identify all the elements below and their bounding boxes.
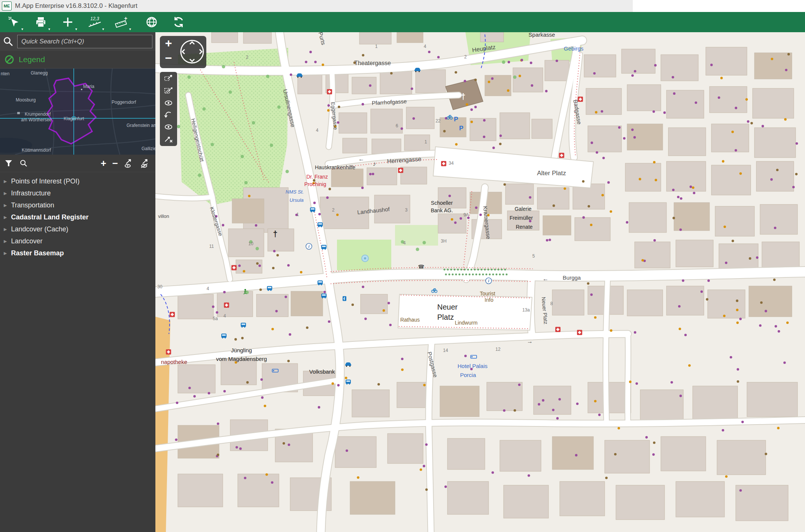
- map-viewport[interactable]: PurtsSparkasseHeuplatzGebirgsTheatergass…: [155, 32, 805, 532]
- hide-all-layers-icon[interactable]: [140, 158, 151, 168]
- visibility-eye-icon[interactable]: [163, 122, 174, 132]
- pan-right-icon: [200, 49, 202, 54]
- measure-distance-tool-button[interactable]: 12,3 ▾: [84, 13, 106, 31]
- poi-label: Volksbank: [309, 368, 335, 375]
- add-point-icon: [61, 16, 74, 28]
- house-number: 14: [443, 348, 448, 353]
- poi-label: Ursula: [289, 197, 304, 203]
- svg-text:†: †: [273, 229, 277, 238]
- add-point-tool-button[interactable]: ▾: [57, 13, 79, 31]
- legend-search-icon[interactable]: [19, 159, 28, 167]
- poi-label: Jüngling: [231, 347, 252, 353]
- expand-arrow-icon[interactable]: ▶: [4, 239, 7, 244]
- poi-label: Bank AG.: [431, 207, 453, 213]
- undo-selection-icon[interactable]: [163, 110, 174, 120]
- info-marker-icon: i: [306, 243, 312, 249]
- poi-label: Platz: [437, 313, 454, 321]
- svg-text:←: ←: [358, 156, 364, 162]
- polygon-select-icon[interactable]: [163, 86, 174, 96]
- globe-tool-button[interactable]: [141, 13, 162, 31]
- print-tool-button[interactable]: ▾: [30, 13, 52, 31]
- arrow-marker-icon: ←: [358, 156, 364, 162]
- legend-layer-item-5[interactable]: ▶Landcover: [0, 235, 155, 247]
- overview-label: Klagenfurt: [64, 116, 84, 121]
- house-number: 4: [403, 240, 406, 246]
- hospital-marker-icon: [555, 327, 561, 332]
- legend-layer-item-6[interactable]: ▶Raster Basemap: [0, 247, 155, 259]
- info-marker-icon: i: [486, 278, 492, 284]
- map-zoom-panel: + −: [160, 36, 206, 68]
- house-number: 10: [248, 241, 253, 246]
- legend-layer-item-4[interactable]: ▶Landcover (Cache): [0, 223, 155, 235]
- printer-icon: [34, 16, 47, 28]
- street-label: villon: [158, 213, 169, 219]
- sidebar: Legend ntenGlaneggMariaMoosburgPoggersdo…: [0, 32, 155, 532]
- legend-header: Legend: [0, 51, 155, 69]
- charging-marker-icon: [343, 296, 346, 301]
- zoom-out-button[interactable]: −: [162, 52, 175, 65]
- arrow-marker-icon: ←: [543, 276, 549, 282]
- hospital-marker-icon: [327, 89, 332, 94]
- hospital-marker-icon: [441, 161, 446, 166]
- legend-layer-item-3[interactable]: ▶Cadastral Land Register: [0, 211, 155, 223]
- search-icon: [3, 36, 13, 47]
- svg-text:P: P: [459, 125, 463, 132]
- expand-arrow-icon[interactable]: ▶: [4, 179, 7, 184]
- house-number: 8: [550, 301, 553, 306]
- legend-layer-item-1[interactable]: ▶Infrastructure: [0, 187, 155, 199]
- dropdown-caret-icon[interactable]: ▾: [102, 27, 104, 31]
- dropdown-caret-icon[interactable]: ▾: [21, 27, 23, 31]
- expand-arrow-icon[interactable]: ▶: [4, 227, 7, 232]
- note-marker-icon: ♪: [373, 160, 376, 167]
- layer-label: Landcover (Cache): [11, 225, 68, 233]
- rectangle-select-icon[interactable]: [163, 74, 174, 84]
- street-label: Alter Platz: [537, 170, 566, 177]
- show-selection-eye-icon[interactable]: [163, 98, 174, 108]
- svg-text:☎: ☎: [418, 264, 424, 270]
- house-number: 11: [209, 244, 214, 249]
- dropdown-caret-icon[interactable]: ▾: [48, 27, 50, 31]
- layer-label: Cadastral Land Register: [11, 213, 88, 221]
- poi-label: napotheke: [161, 359, 187, 365]
- dropdown-caret-icon[interactable]: ▾: [129, 27, 131, 31]
- dropdown-caret-icon[interactable]: ▾: [75, 27, 77, 31]
- search-row: [0, 32, 155, 51]
- legend-icon[interactable]: [4, 55, 14, 64]
- hospital-marker-icon: [578, 97, 583, 102]
- house-number: 3H: [441, 238, 446, 244]
- legend-layer-item-0[interactable]: ▶Points of Interest (POI): [0, 175, 155, 187]
- poi-label: Schoeller: [431, 200, 453, 206]
- overview-map[interactable]: ntenGlaneggMariaMoosburgPoggersdorfKrump…: [0, 69, 155, 155]
- house-number: 2: [332, 207, 335, 213]
- pan-up-icon: [190, 42, 194, 44]
- poi-label: Galerie: [514, 206, 531, 212]
- poi-label: vom Magdalensberg: [216, 356, 267, 362]
- zoom-in-button[interactable]: +: [162, 37, 175, 50]
- legend-zoom-out-icon[interactable]: −: [112, 159, 118, 167]
- svg-text:♪: ♪: [373, 160, 376, 167]
- overview-label: Krumpendorf: [25, 112, 51, 117]
- expand-arrow-icon[interactable]: ▶: [4, 191, 7, 196]
- poi-label: Prochinig: [304, 181, 326, 187]
- clear-selection-icon[interactable]: [163, 134, 174, 144]
- expand-arrow-icon[interactable]: ▶: [4, 203, 7, 208]
- legend-layer-item-2[interactable]: ▶Transportation: [0, 199, 155, 211]
- show-all-layers-icon[interactable]: [124, 158, 134, 168]
- expand-arrow-icon[interactable]: ▶: [4, 251, 7, 256]
- quick-search-input[interactable]: [17, 35, 152, 48]
- select-tool-button[interactable]: ▾: [3, 13, 25, 31]
- house-number: 5: [532, 253, 535, 259]
- overview-label: nten: [1, 71, 9, 76]
- expand-arrow-icon[interactable]: ▶: [4, 215, 7, 220]
- layer-label: Transportation: [11, 201, 54, 209]
- house-number: 34: [449, 161, 454, 166]
- hospital-marker-icon: [170, 312, 175, 317]
- refresh-tool-button[interactable]: [168, 13, 189, 31]
- legend-zoom-in-icon[interactable]: +: [101, 159, 106, 167]
- measure-add-tool-button[interactable]: + ▾: [111, 13, 133, 31]
- layer-label: Raster Basemap: [11, 249, 64, 257]
- hospital-marker-icon: [398, 168, 403, 173]
- church-marker-icon: †: [273, 229, 277, 238]
- pan-dpad[interactable]: [179, 39, 205, 64]
- filter-icon[interactable]: [4, 159, 13, 167]
